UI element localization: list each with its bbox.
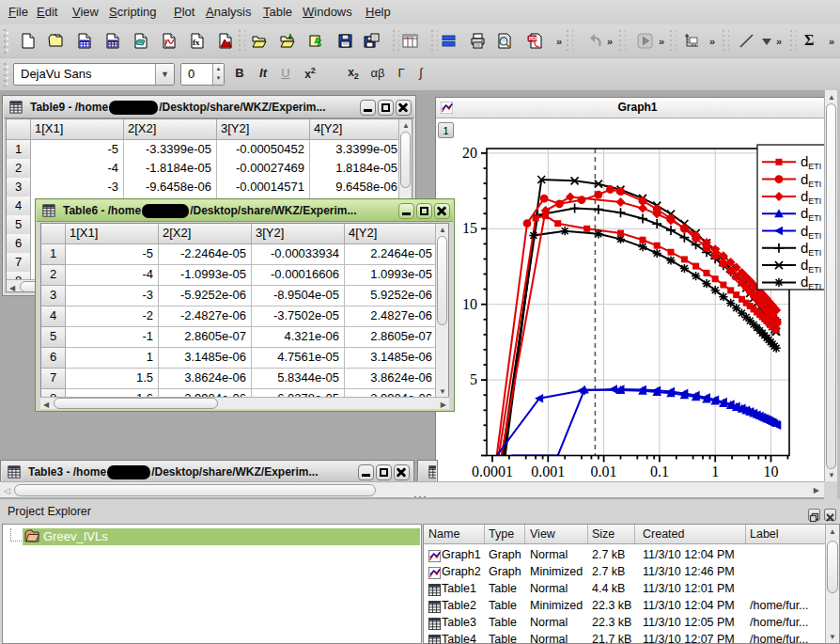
svg-text:PDF: PDF: [529, 36, 538, 41]
svg-text:15: 15: [462, 220, 477, 236]
svg-text:10: 10: [462, 296, 477, 312]
svg-text:1: 1: [711, 463, 719, 479]
svg-text:fx: fx: [193, 38, 200, 47]
svg-text:0.01: 0.01: [591, 463, 617, 479]
svg-text:10: 10: [764, 463, 779, 479]
svg-text:5: 5: [470, 371, 477, 387]
svg-text:0.1: 0.1: [650, 463, 669, 479]
svg-text:0.0001: 0.0001: [472, 463, 513, 479]
svg-text:20: 20: [462, 145, 477, 161]
svg-text:0.001: 0.001: [531, 463, 565, 479]
